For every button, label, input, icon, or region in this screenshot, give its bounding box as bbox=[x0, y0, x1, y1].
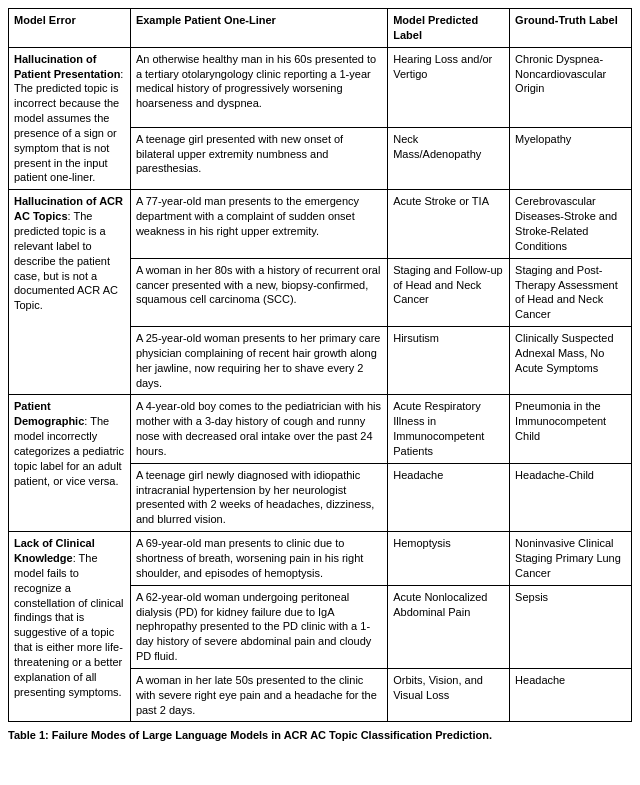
header-patient: Example Patient One-Liner bbox=[130, 9, 387, 48]
groundtruth-label-3-2: Headache bbox=[510, 668, 632, 722]
table-row: Lack of Clinical Knowledge: The model fa… bbox=[9, 532, 632, 586]
patient-text-0-1: A teenage girl presented with new onset … bbox=[130, 127, 387, 190]
header-predicted: Model Predicted Label bbox=[388, 9, 510, 48]
model-error-cell-1: Hallucination of ACR AC Topics: The pred… bbox=[9, 190, 131, 395]
groundtruth-label-3-0: Noninvasive Clinical Staging Primary Lun… bbox=[510, 532, 632, 586]
predicted-label-1-0: Acute Stroke or TIA bbox=[388, 190, 510, 258]
error-colon-0: : bbox=[120, 68, 123, 80]
table-row: Hallucination of Patient Presentation: T… bbox=[9, 47, 632, 127]
patient-text-1-2: A 25-year-old woman presents to her prim… bbox=[130, 327, 387, 395]
predicted-label-3-0: Hemoptysis bbox=[388, 532, 510, 586]
patient-text-2-1: A teenage girl newly diagnosed with idio… bbox=[130, 463, 387, 531]
main-table: Model Error Example Patient One-Liner Mo… bbox=[8, 8, 632, 722]
groundtruth-label-0-1: Myelopathy bbox=[510, 127, 632, 190]
predicted-label-2-1: Headache bbox=[388, 463, 510, 531]
error-desc-0: The predicted topic is incorrect because… bbox=[14, 82, 119, 183]
groundtruth-label-1-0: Cerebrovascular Diseases-Stroke and Stro… bbox=[510, 190, 632, 258]
patient-text-1-1: A woman in her 80s with a history of rec… bbox=[130, 258, 387, 326]
table-row: Hallucination of ACR AC Topics: The pred… bbox=[9, 190, 632, 258]
model-error-cell-2: Patient Demographic: The model incorrect… bbox=[9, 395, 131, 532]
error-desc-3: The model fails to recognize a constella… bbox=[14, 552, 123, 698]
error-title-0: Hallucination of Patient Presentation bbox=[14, 53, 120, 80]
predicted-label-0-1: Neck Mass/Adenopathy bbox=[388, 127, 510, 190]
predicted-label-3-1: Acute Nonlocalized Abdominal Pain bbox=[388, 585, 510, 668]
caption-bold: Table 1: Failure Modes of Large Language… bbox=[8, 729, 492, 741]
predicted-label-1-2: Hirsutism bbox=[388, 327, 510, 395]
groundtruth-label-0-0: Chronic Dyspnea-Noncardiovascular Origin bbox=[510, 47, 632, 127]
groundtruth-label-1-2: Clinically Suspected Adnexal Mass, No Ac… bbox=[510, 327, 632, 395]
patient-text-2-0: A 4-year-old boy comes to the pediatrici… bbox=[130, 395, 387, 463]
groundtruth-label-1-1: Staging and Post-Therapy Assessment of H… bbox=[510, 258, 632, 326]
predicted-label-3-2: Orbits, Vision, and Visual Loss bbox=[388, 668, 510, 722]
header-groundtruth: Ground-Truth Label bbox=[510, 9, 632, 48]
error-title-2: Patient Demographic bbox=[14, 400, 84, 427]
predicted-label-2-0: Acute Respiratory Illness in Immunocompe… bbox=[388, 395, 510, 463]
model-error-cell-3: Lack of Clinical Knowledge: The model fa… bbox=[9, 532, 131, 722]
patient-text-1-0: A 77-year-old man presents to the emerge… bbox=[130, 190, 387, 258]
groundtruth-label-2-1: Headache-Child bbox=[510, 463, 632, 531]
patient-text-3-0: A 69-year-old man presents to clinic due… bbox=[130, 532, 387, 586]
patient-text-0-0: An otherwise healthy man in his 60s pres… bbox=[130, 47, 387, 127]
predicted-label-1-1: Staging and Follow-up of Head and Neck C… bbox=[388, 258, 510, 326]
groundtruth-label-2-0: Pneumonia in the Immunocompetent Child bbox=[510, 395, 632, 463]
header-model-error: Model Error bbox=[9, 9, 131, 48]
table-caption: Table 1: Failure Modes of Large Language… bbox=[8, 728, 632, 743]
groundtruth-label-3-1: Sepsis bbox=[510, 585, 632, 668]
patient-text-3-2: A woman in her late 50s presented to the… bbox=[130, 668, 387, 722]
table-row: Patient Demographic: The model incorrect… bbox=[9, 395, 632, 463]
model-error-cell-0: Hallucination of Patient Presentation: T… bbox=[9, 47, 131, 190]
table-wrapper: Model Error Example Patient One-Liner Mo… bbox=[0, 0, 640, 752]
error-desc-1: The predicted topic is a relevant label … bbox=[14, 210, 118, 311]
predicted-label-0-0: Hearing Loss and/or Vertigo bbox=[388, 47, 510, 127]
patient-text-3-1: A 62-year-old woman undergoing peritonea… bbox=[130, 585, 387, 668]
